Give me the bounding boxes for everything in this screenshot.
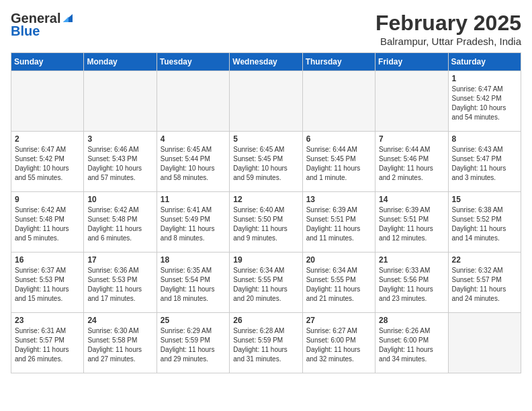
calendar-cell: 23Sunrise: 6:31 AM Sunset: 5:57 PM Dayli… [11,313,84,373]
calendar-cell: 11Sunrise: 6:41 AM Sunset: 5:49 PM Dayli… [157,192,229,253]
calendar-cell: 19Sunrise: 6:34 AM Sunset: 5:55 PM Dayli… [230,253,302,313]
weekday-header-thursday: Thursday [302,53,375,71]
day-info: Sunrise: 6:37 AM Sunset: 5:53 PM Dayligh… [15,266,80,304]
calendar-cell [157,71,229,132]
calendar-cell [448,313,521,373]
calendar-cell: 28Sunrise: 6:26 AM Sunset: 6:00 PM Dayli… [375,313,448,373]
svg-marker-1 [63,17,69,22]
day-info: Sunrise: 6:28 AM Sunset: 5:59 PM Dayligh… [233,326,298,364]
calendar-cell: 12Sunrise: 6:40 AM Sunset: 5:50 PM Dayli… [230,192,302,253]
day-number: 17 [87,255,152,265]
day-info: Sunrise: 6:30 AM Sunset: 5:58 PM Dayligh… [87,326,152,364]
location-subtitle: Balrampur, Uttar Pradesh, India [375,36,521,47]
day-info: Sunrise: 6:38 AM Sunset: 5:52 PM Dayligh… [452,205,517,243]
calendar-cell: 13Sunrise: 6:39 AM Sunset: 5:51 PM Dayli… [302,192,375,253]
day-number: 24 [87,316,152,325]
calendar-week-0: 1Sunrise: 6:47 AM Sunset: 5:42 PM Daylig… [11,71,521,132]
weekday-header-tuesday: Tuesday [157,53,229,71]
calendar-cell: 1Sunrise: 6:47 AM Sunset: 5:42 PM Daylig… [448,71,521,132]
day-info: Sunrise: 6:43 AM Sunset: 5:47 PM Dayligh… [452,145,517,183]
calendar-cell: 4Sunrise: 6:45 AM Sunset: 5:44 PM Daylig… [157,132,229,192]
logo: General Blue [11,11,74,39]
logo-blue-text: Blue [11,24,40,39]
day-number: 22 [452,255,517,265]
day-number: 11 [161,195,226,204]
day-number: 10 [87,195,152,204]
calendar-cell: 21Sunrise: 6:33 AM Sunset: 5:56 PM Dayli… [375,253,448,313]
day-info: Sunrise: 6:44 AM Sunset: 5:46 PM Dayligh… [379,145,444,183]
day-number: 4 [161,134,226,144]
calendar-cell: 9Sunrise: 6:42 AM Sunset: 5:48 PM Daylig… [11,192,84,253]
weekday-header-friday: Friday [375,53,448,71]
day-number: 23 [15,316,80,325]
calendar-cell [375,71,448,132]
day-number: 25 [161,316,226,325]
calendar-cell: 14Sunrise: 6:39 AM Sunset: 5:51 PM Dayli… [375,192,448,253]
day-number: 27 [306,316,371,325]
day-info: Sunrise: 6:35 AM Sunset: 5:54 PM Dayligh… [161,266,226,304]
day-info: Sunrise: 6:27 AM Sunset: 6:00 PM Dayligh… [306,326,371,364]
calendar-cell: 6Sunrise: 6:44 AM Sunset: 5:45 PM Daylig… [302,132,375,192]
calendar-cell [302,71,375,132]
calendar-cell: 15Sunrise: 6:38 AM Sunset: 5:52 PM Dayli… [448,192,521,253]
calendar-cell: 22Sunrise: 6:32 AM Sunset: 5:57 PM Dayli… [448,253,521,313]
day-info: Sunrise: 6:33 AM Sunset: 5:56 PM Dayligh… [379,266,444,304]
calendar-cell: 3Sunrise: 6:46 AM Sunset: 5:43 PM Daylig… [84,132,157,192]
day-number: 6 [306,134,371,144]
calendar-week-2: 9Sunrise: 6:42 AM Sunset: 5:48 PM Daylig… [11,192,521,253]
calendar-cell: 24Sunrise: 6:30 AM Sunset: 5:58 PM Dayli… [84,313,157,373]
day-number: 26 [233,316,298,325]
day-info: Sunrise: 6:41 AM Sunset: 5:49 PM Dayligh… [161,205,226,243]
day-number: 2 [15,134,80,144]
day-number: 13 [306,195,371,204]
weekday-header-wednesday: Wednesday [230,53,302,71]
day-number: 5 [233,134,298,144]
weekday-header-sunday: Sunday [11,53,84,71]
calendar-cell [84,71,157,132]
calendar-cell [11,71,84,132]
page-header: General Blue February 2025 Balrampur, Ut… [11,11,521,47]
weekday-header-monday: Monday [84,53,157,71]
month-title: February 2025 [375,11,521,36]
calendar-week-4: 23Sunrise: 6:31 AM Sunset: 5:57 PM Dayli… [11,313,521,373]
weekday-header-row: SundayMondayTuesdayWednesdayThursdayFrid… [11,53,521,71]
day-info: Sunrise: 6:42 AM Sunset: 5:48 PM Dayligh… [15,205,80,243]
calendar-cell: 26Sunrise: 6:28 AM Sunset: 5:59 PM Dayli… [230,313,302,373]
calendar-cell: 18Sunrise: 6:35 AM Sunset: 5:54 PM Dayli… [157,253,229,313]
calendar-cell: 5Sunrise: 6:45 AM Sunset: 5:45 PM Daylig… [230,132,302,192]
day-number: 16 [15,255,80,265]
day-info: Sunrise: 6:42 AM Sunset: 5:48 PM Dayligh… [87,205,152,243]
logo-icon [62,11,74,24]
weekday-header-saturday: Saturday [448,53,521,71]
calendar-week-3: 16Sunrise: 6:37 AM Sunset: 5:53 PM Dayli… [11,253,521,313]
day-info: Sunrise: 6:39 AM Sunset: 5:51 PM Dayligh… [306,205,371,243]
day-number: 15 [452,195,517,204]
calendar-cell: 27Sunrise: 6:27 AM Sunset: 6:00 PM Dayli… [302,313,375,373]
day-number: 12 [233,195,298,204]
calendar-cell: 20Sunrise: 6:34 AM Sunset: 5:55 PM Dayli… [302,253,375,313]
day-info: Sunrise: 6:45 AM Sunset: 5:44 PM Dayligh… [161,145,226,183]
calendar-table: SundayMondayTuesdayWednesdayThursdayFrid… [11,52,521,373]
day-info: Sunrise: 6:39 AM Sunset: 5:51 PM Dayligh… [379,205,444,243]
day-info: Sunrise: 6:32 AM Sunset: 5:57 PM Dayligh… [452,266,517,304]
calendar-cell: 16Sunrise: 6:37 AM Sunset: 5:53 PM Dayli… [11,253,84,313]
day-number: 7 [379,134,444,144]
title-block: February 2025 Balrampur, Uttar Pradesh, … [375,11,521,47]
day-info: Sunrise: 6:46 AM Sunset: 5:43 PM Dayligh… [87,145,152,183]
calendar-cell: 7Sunrise: 6:44 AM Sunset: 5:46 PM Daylig… [375,132,448,192]
day-info: Sunrise: 6:36 AM Sunset: 5:53 PM Dayligh… [87,266,152,304]
day-number: 3 [87,134,152,144]
calendar-cell: 2Sunrise: 6:47 AM Sunset: 5:42 PM Daylig… [11,132,84,192]
day-info: Sunrise: 6:29 AM Sunset: 5:59 PM Dayligh… [161,326,226,364]
day-number: 9 [15,195,80,204]
calendar-cell: 17Sunrise: 6:36 AM Sunset: 5:53 PM Dayli… [84,253,157,313]
calendar-cell [230,71,302,132]
calendar-cell: 8Sunrise: 6:43 AM Sunset: 5:47 PM Daylig… [448,132,521,192]
day-info: Sunrise: 6:40 AM Sunset: 5:50 PM Dayligh… [233,205,298,243]
day-info: Sunrise: 6:47 AM Sunset: 5:42 PM Dayligh… [15,145,80,183]
day-number: 8 [452,134,517,144]
calendar-cell: 10Sunrise: 6:42 AM Sunset: 5:48 PM Dayli… [84,192,157,253]
day-info: Sunrise: 6:44 AM Sunset: 5:45 PM Dayligh… [306,145,371,183]
day-number: 18 [161,255,226,265]
calendar-week-1: 2Sunrise: 6:47 AM Sunset: 5:42 PM Daylig… [11,132,521,192]
